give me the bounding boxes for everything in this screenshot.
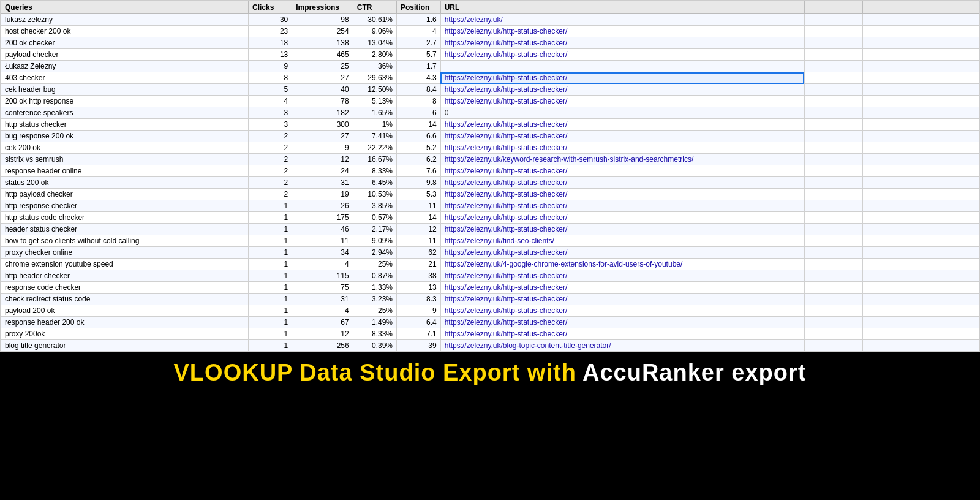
cell-query[interactable]: http status code checker <box>1 212 249 224</box>
cell-position[interactable]: 11 <box>397 235 441 247</box>
cell-ctr[interactable]: 36% <box>353 61 396 72</box>
table-row[interactable]: 200 ok checker1813813.04%2.7https://zele… <box>1 37 979 49</box>
cell-position[interactable]: 5.3 <box>397 189 441 200</box>
cell-impressions[interactable]: 46 <box>292 224 353 235</box>
cell-impressions[interactable]: 12 <box>292 154 353 165</box>
table-row[interactable]: http header checker11150.87%38https://ze… <box>1 270 979 282</box>
cell-clicks[interactable]: 1 <box>248 294 292 305</box>
cell-ctr[interactable]: 5.13% <box>353 96 396 107</box>
cell-impressions[interactable]: 34 <box>292 247 353 259</box>
cell-query[interactable]: blog title generator <box>1 340 249 352</box>
cell-impressions[interactable]: 27 <box>292 72 353 84</box>
table-row[interactable]: sistrix vs semrush21216.67%6.2https://ze… <box>1 154 979 165</box>
cell-impressions[interactable]: 98 <box>292 14 353 26</box>
cell-ctr[interactable]: 3.23% <box>353 294 396 305</box>
cell-impressions[interactable]: 31 <box>292 294 353 305</box>
cell-url[interactable]: https://zelezny.uk/ <box>440 14 804 26</box>
cell-position[interactable]: 11 <box>397 200 441 212</box>
cell-ctr[interactable]: 3.85% <box>353 200 396 212</box>
cell-query[interactable]: response header online <box>1 165 249 177</box>
cell-query[interactable]: host checker 200 ok <box>1 26 249 37</box>
table-row[interactable]: chrome extension youtube speed1425%21htt… <box>1 259 979 270</box>
cell-ctr[interactable]: 8.33% <box>353 328 396 340</box>
cell-position[interactable]: 14 <box>397 212 441 224</box>
cell-ctr[interactable]: 13.04% <box>353 37 396 49</box>
cell-position[interactable]: 7.1 <box>397 328 441 340</box>
cell-query[interactable]: check redirect status code <box>1 294 249 305</box>
cell-url[interactable]: https://zelezny.uk/http-status-checker/ <box>440 212 804 224</box>
cell-ctr[interactable]: 1.49% <box>353 317 396 328</box>
cell-url[interactable]: https://zelezny.uk/http-status-checker/ <box>440 49 804 61</box>
cell-impressions[interactable]: 9 <box>292 142 353 154</box>
table-row[interactable]: status 200 ok2316.45%9.8https://zelezny.… <box>1 177 979 189</box>
table-row[interactable]: blog title generator12560.39%39https://z… <box>1 340 979 352</box>
table-row[interactable]: payload checker134652.80%5.7https://zele… <box>1 49 979 61</box>
cell-ctr[interactable]: 1% <box>353 119 396 131</box>
cell-clicks[interactable]: 2 <box>248 189 292 200</box>
cell-impressions[interactable]: 75 <box>292 282 353 294</box>
table-row[interactable]: check redirect status code1313.23%8.3htt… <box>1 294 979 305</box>
cell-position[interactable]: 6.4 <box>397 317 441 328</box>
cell-impressions[interactable]: 254 <box>292 26 353 37</box>
cell-query[interactable]: proxy 200ok <box>1 328 249 340</box>
cell-ctr[interactable]: 6.45% <box>353 177 396 189</box>
cell-ctr[interactable]: 22.22% <box>353 142 396 154</box>
cell-url[interactable] <box>440 61 804 72</box>
cell-ctr[interactable]: 16.67% <box>353 154 396 165</box>
cell-impressions[interactable]: 25 <box>292 61 353 72</box>
cell-position[interactable]: 8 <box>397 96 441 107</box>
cell-url[interactable]: https://zelezny.uk/http-status-checker/ <box>440 189 804 200</box>
cell-clicks[interactable]: 3 <box>248 119 292 131</box>
cell-clicks[interactable]: 2 <box>248 131 292 142</box>
cell-position[interactable]: 6 <box>397 107 441 119</box>
cell-clicks[interactable]: 30 <box>248 14 292 26</box>
table-row[interactable]: bug response 200 ok2277.41%6.6https://ze… <box>1 131 979 142</box>
cell-impressions[interactable]: 4 <box>292 259 353 270</box>
cell-url[interactable]: https://zelezny.uk/blog-topic-content-ti… <box>440 340 804 352</box>
cell-position[interactable]: 38 <box>397 270 441 282</box>
table-row[interactable]: response header 200 ok1671.49%6.4https:/… <box>1 317 979 328</box>
cell-position[interactable]: 12 <box>397 224 441 235</box>
cell-position[interactable]: 5.7 <box>397 49 441 61</box>
cell-url[interactable]: https://zelezny.uk/http-status-checker/ <box>440 317 804 328</box>
cell-query[interactable]: 403 checker <box>1 72 249 84</box>
cell-query[interactable]: http response checker <box>1 200 249 212</box>
cell-impressions[interactable]: 256 <box>292 340 353 352</box>
cell-position[interactable]: 14 <box>397 119 441 131</box>
cell-ctr[interactable]: 0.57% <box>353 212 396 224</box>
cell-position[interactable]: 6.6 <box>397 131 441 142</box>
cell-clicks[interactable]: 1 <box>248 259 292 270</box>
cell-query[interactable]: how to get seo clients without cold call… <box>1 235 249 247</box>
cell-clicks[interactable]: 9 <box>248 61 292 72</box>
cell-query[interactable]: http header checker <box>1 270 249 282</box>
cell-ctr[interactable]: 10.53% <box>353 189 396 200</box>
cell-query[interactable]: sistrix vs semrush <box>1 154 249 165</box>
cell-position[interactable]: 4 <box>397 26 441 37</box>
cell-impressions[interactable]: 26 <box>292 200 353 212</box>
cell-query[interactable]: header status checker <box>1 224 249 235</box>
cell-clicks[interactable]: 1 <box>248 200 292 212</box>
cell-url[interactable]: https://zelezny.uk/http-status-checker/ <box>440 270 804 282</box>
table-row[interactable]: Łukasz Żelezny92536%1.7 <box>1 61 979 72</box>
cell-ctr[interactable]: 8.33% <box>353 165 396 177</box>
cell-url[interactable]: https://zelezny.uk/http-status-checker/ <box>440 305 804 317</box>
cell-url[interactable]: https://zelezny.uk/http-status-checker/ <box>440 177 804 189</box>
cell-ctr[interactable]: 7.41% <box>353 131 396 142</box>
cell-ctr[interactable]: 9.09% <box>353 235 396 247</box>
cell-query[interactable]: 200 ok checker <box>1 37 249 49</box>
cell-clicks[interactable]: 3 <box>248 107 292 119</box>
cell-url[interactable]: https://zelezny.uk/keyword-research-with… <box>440 154 804 165</box>
cell-url[interactable]: https://zelezny.uk/http-status-checker/ <box>440 119 804 131</box>
cell-clicks[interactable]: 13 <box>248 49 292 61</box>
cell-impressions[interactable]: 4 <box>292 305 353 317</box>
cell-clicks[interactable]: 1 <box>248 317 292 328</box>
cell-impressions[interactable]: 27 <box>292 131 353 142</box>
table-row[interactable]: proxy checker online1342.94%62https://ze… <box>1 247 979 259</box>
cell-clicks[interactable]: 1 <box>248 305 292 317</box>
cell-position[interactable]: 8.4 <box>397 84 441 96</box>
cell-clicks[interactable]: 1 <box>248 235 292 247</box>
cell-impressions[interactable]: 40 <box>292 84 353 96</box>
cell-query[interactable]: Łukasz Żelezny <box>1 61 249 72</box>
cell-ctr[interactable]: 12.50% <box>353 84 396 96</box>
cell-impressions[interactable]: 465 <box>292 49 353 61</box>
